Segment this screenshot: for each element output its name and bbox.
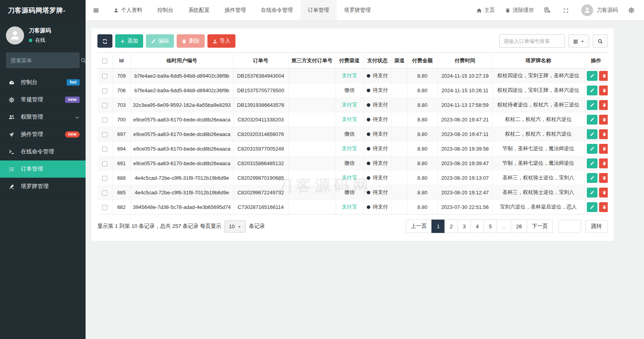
order-search-input[interactable] (499, 34, 565, 48)
row-checkbox[interactable] (102, 147, 107, 152)
column-header[interactable]: 临时用户编号 (131, 53, 233, 69)
temp-user-no-cell: b7fe4ae2-ba9a-6dd5-84b8-d89402c36f9b (131, 83, 233, 98)
prev-page-button[interactable]: 上一页 (406, 220, 432, 233)
clear-cache-button[interactable]: 清除缓存 (505, 7, 534, 14)
row-checkbox[interactable] (102, 88, 107, 93)
user-avatar[interactable] (6, 26, 24, 45)
channel-cell (392, 200, 407, 214)
row-delete-button[interactable] (599, 173, 608, 183)
row-delete-button[interactable] (599, 202, 608, 212)
next-page-button[interactable]: 下一页 (527, 220, 553, 233)
tab-tarot-manage[interactable]: 塔罗牌管理 (337, 0, 379, 20)
pay-time-cell: 2023-08-20 19:39:58 (437, 142, 493, 156)
app-logo[interactable]: 刀客源码网塔罗牌- (0, 0, 86, 21)
hamburger-menu-icon[interactable] (86, 0, 106, 20)
select-all-checkbox[interactable] (102, 58, 107, 63)
row-checkbox[interactable] (102, 117, 107, 123)
row-delete-button[interactable] (599, 144, 608, 154)
sidebar-item-online-command[interactable]: 在线命令管理 (0, 143, 86, 160)
row-delete-button[interactable] (599, 158, 608, 168)
delete-button[interactable]: 删除 (177, 34, 205, 48)
column-header[interactable]: 操作 (584, 53, 608, 69)
row-delete-button[interactable] (599, 115, 608, 125)
column-header[interactable]: 渠道 (392, 53, 407, 69)
column-header[interactable]: 付费渠道 (336, 53, 363, 69)
pay-channel-cell[interactable]: 支付宝 (336, 171, 363, 185)
row-delete-button[interactable] (599, 129, 608, 139)
sidebar-search-input[interactable] (11, 58, 80, 63)
tab-system-config[interactable]: 系统配置 (181, 0, 217, 20)
home-button[interactable]: 主页 (476, 7, 495, 14)
search-submit-button[interactable] (593, 34, 608, 48)
page-button-26[interactable]: 26 (511, 220, 527, 233)
page-button-2[interactable]: 2 (444, 220, 458, 233)
row-delete-button[interactable] (599, 86, 608, 95)
edit-button[interactable]: 编辑 (146, 34, 174, 48)
page-button-3[interactable]: 3 (457, 220, 471, 233)
settings-button[interactable] (628, 7, 637, 13)
row-delete-button[interactable] (599, 100, 608, 110)
row-edit-button[interactable] (587, 115, 597, 125)
column-header[interactable]: 订单号 (233, 53, 288, 69)
column-header[interactable]: 付费时间 (437, 53, 493, 69)
tab-console[interactable]: 控制台 (150, 0, 181, 20)
status-label: 待支付 (373, 175, 388, 181)
refresh-button[interactable] (97, 34, 112, 48)
row-edit-button[interactable] (587, 158, 597, 168)
sidebar-item-order[interactable]: 订单管理 (0, 160, 86, 178)
page-size-select[interactable]: 10 (224, 220, 246, 233)
import-button[interactable]: 导入 (207, 34, 235, 48)
row-checkbox[interactable] (102, 161, 107, 166)
tab-online-command[interactable]: 在线命令管理 (254, 0, 301, 20)
columns-dropdown-button[interactable] (568, 34, 589, 48)
row-checkbox[interactable] (102, 176, 107, 181)
tab-plugin-manage[interactable]: 插件管理 (217, 0, 254, 20)
row-checkbox[interactable] (102, 132, 107, 137)
pay-status-cell: 待支付 (363, 200, 392, 214)
tab-order-manage[interactable]: 订单管理 (301, 0, 337, 20)
column-header[interactable]: 第三方支付订单号 (288, 53, 336, 69)
language-button[interactable] (544, 7, 553, 13)
account-menu[interactable]: 刀客源码 (581, 4, 618, 16)
row-edit-button[interactable] (587, 71, 597, 81)
sidebar-item-permission[interactable]: 权限管理 (0, 108, 86, 126)
page-jump-input[interactable] (558, 220, 581, 233)
search-icon[interactable] (80, 57, 86, 63)
sidebar-item-general[interactable]: 常规管理new (0, 91, 86, 108)
row-edit-button[interactable] (587, 173, 597, 183)
row-edit-button[interactable] (587, 188, 597, 197)
pay-channel-cell[interactable]: 支付宝 (336, 98, 363, 112)
row-checkbox[interactable] (102, 74, 107, 79)
pay-channel-cell[interactable]: 支付宝 (336, 69, 363, 83)
fullscreen-button[interactable] (563, 7, 571, 13)
sidebar-item-tarot[interactable]: 塔罗牌管理 (0, 178, 86, 195)
sidebar-item-plugin[interactable]: 插件管理new (0, 126, 86, 143)
row-checkbox[interactable] (102, 205, 107, 210)
page-button-5[interactable]: 5 (483, 220, 497, 233)
status-label: 待支付 (373, 145, 388, 151)
column-header[interactable]: Id (112, 53, 131, 69)
row-delete-button[interactable] (599, 71, 608, 81)
sidebar-item-console[interactable]: 控制台hot (0, 74, 86, 91)
column-header[interactable]: 支付状态 (363, 53, 392, 69)
row-edit-button[interactable] (587, 100, 597, 110)
row-delete-button[interactable] (599, 188, 608, 197)
page-jump-button[interactable]: 跳转 (585, 220, 608, 233)
tarot-names-cell: 节制，圣杯七逆位，魔法师逆位 (493, 156, 584, 171)
row-checkbox[interactable] (102, 103, 107, 108)
tab-profile[interactable]: 个人资料 (106, 0, 150, 20)
row-checkbox[interactable] (102, 190, 107, 196)
column-header[interactable]: 付费金额 (407, 53, 437, 69)
column-header[interactable]: 塔罗牌名称 (493, 53, 584, 69)
row-edit-button[interactable] (587, 144, 597, 154)
row-edit-button[interactable] (587, 202, 597, 212)
add-button[interactable]: 添加 (115, 34, 143, 48)
pay-channel-cell[interactable]: 支付宝 (336, 142, 363, 156)
row-edit-button[interactable] (587, 86, 597, 95)
page-button-4[interactable]: 4 (470, 220, 484, 233)
pay-channel-cell[interactable]: 支付宝 (336, 200, 363, 214)
id-cell: 685 (112, 185, 131, 200)
page-button-1[interactable]: 1 (431, 220, 445, 233)
row-edit-button[interactable] (587, 129, 597, 139)
pay-channel-cell[interactable]: 支付宝 (336, 112, 363, 127)
